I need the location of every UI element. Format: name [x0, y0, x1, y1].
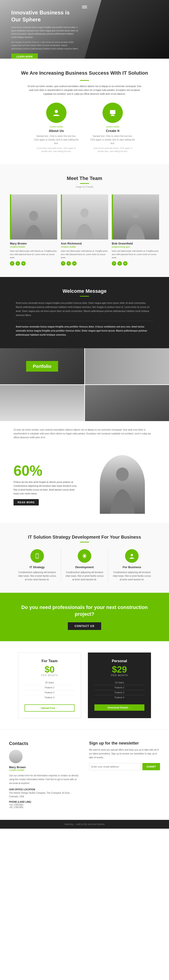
- person-portrait: [100, 455, 145, 514]
- social-twitter-1[interactable]: t: [66, 261, 71, 266]
- team-photo-placeholder-2: [112, 194, 159, 240]
- portfolio-cell-4: [85, 385, 169, 421]
- team-role-0: creative builder: [10, 246, 57, 248]
- strategy-section: IT Solution Strategy Development For You…: [0, 523, 169, 593]
- gear-icon: [81, 553, 88, 559]
- portfolio-grid: Portfolio: [0, 348, 169, 421]
- pricing-card-0: For Team $0 PER MONTH 10 Users Feature 2…: [18, 652, 81, 718]
- social-facebook-0[interactable]: f: [10, 261, 14, 266]
- newsletter-submit-button[interactable]: SUBMIT: [142, 763, 160, 770]
- strategy-row: IT Strategy Condimentum adipiscing elit …: [14, 549, 155, 581]
- person-icon: [129, 553, 135, 559]
- portfolio-cell-2: [85, 348, 169, 384]
- strategy-col-0: IT Strategy Condimentum adipiscing elit …: [14, 549, 61, 581]
- pricing-btn-0[interactable]: Upload Free →: [25, 705, 74, 711]
- hamburger-line3: [82, 8, 87, 8]
- team-name-0: Mary Brown: [10, 242, 57, 245]
- pricing-card-1: Personal $29 PER MONTH 10 Users Feature …: [88, 652, 151, 718]
- social-linkedin-1[interactable]: in: [72, 261, 77, 266]
- pricing-btn-1[interactable]: Download Details →: [95, 705, 144, 711]
- team-socials-1: f t in: [61, 261, 108, 266]
- phone-label: PHONE (LAND LINE): [9, 801, 80, 803]
- team-green-bar-0: [10, 194, 11, 240]
- svg-point-0: [55, 110, 58, 113]
- feature-about-text: Sample text. Click to select the text bo…: [34, 134, 79, 145]
- feature-create: creative builder Create It Sample text. …: [90, 103, 135, 153]
- cta-section: Do you need professionals for your next …: [0, 593, 169, 641]
- team-green-bar-1: [61, 194, 62, 240]
- pricing-title-1: Personal: [95, 659, 144, 663]
- newsletter-email-input[interactable]: [89, 763, 141, 770]
- team-role-1: creative builder: [61, 246, 108, 248]
- social-twitter-0[interactable]: t: [16, 261, 20, 266]
- pricing-section: For Team $0 PER MONTH 10 Users Feature 2…: [0, 641, 169, 729]
- portfolio-cell-1: Portfolio: [0, 348, 84, 384]
- portfolio-text-section: Ut enim ad minim veniam, quis nostrud ex…: [0, 421, 169, 446]
- team-name-2: Bob Greenfield: [112, 242, 159, 245]
- social-linkedin-2[interactable]: in: [123, 261, 128, 266]
- newsletter-heading: Sign up for the newsletter: [89, 741, 160, 746]
- create-icon: [108, 108, 117, 117]
- portfolio-text: Ut enim ad minim veniam, quis nostrud ex…: [14, 428, 155, 439]
- strategy-title-1: Development: [65, 565, 103, 569]
- svg-rect-2: [111, 115, 114, 116]
- welcome-heading: Welcome Message: [16, 288, 153, 294]
- office-address: The Interior Design Studio Company, The …: [9, 791, 80, 799]
- feature-create-icon-circle: [103, 103, 123, 123]
- svg-point-13: [131, 554, 133, 556]
- team-role-2: programming guru: [112, 246, 159, 248]
- read-more-button[interactable]: READ MORE: [14, 499, 39, 506]
- team-socials-2: f t in: [112, 261, 159, 266]
- feature-about-title: About Us: [34, 129, 79, 133]
- pricing-per-0: PER MONTH: [25, 674, 74, 677]
- pricing-feature-0-3: Feature 4: [25, 695, 74, 700]
- contacts-left: Contacts Mary Brown creative builder Use…: [9, 741, 80, 808]
- newsletter-text: We want to send you special offers and k…: [89, 748, 160, 759]
- team-silhouette-1: [73, 204, 96, 240]
- footer: Inspiring — built to the very best theme…: [0, 820, 169, 829]
- strategy-text-0: Condimentum adipiscing elit tincidunt vi…: [18, 571, 56, 581]
- strategy-col-2: For Business Condimentum adipiscing elit…: [108, 549, 155, 581]
- team-card-2: Bob Greenfield programming guru Diam sed…: [112, 194, 159, 266]
- features-row: creative builder About Us Sample text. C…: [14, 103, 155, 153]
- social-linkedin-0[interactable]: in: [21, 261, 26, 266]
- strategy-col-1: Development Condimentum adipiscing elit …: [61, 549, 108, 581]
- hero-cta-button[interactable]: LEARN MORE: [11, 54, 38, 59]
- hamburger-menu[interactable]: [81, 4, 88, 10]
- hero-link-text: Nec feugiat mi pretium fusce id. Lorem t…: [11, 41, 79, 50]
- pricing-amount-0: $0: [25, 665, 74, 674]
- strategy-title-2: For Business: [113, 565, 151, 569]
- team-photo-2: [112, 194, 159, 240]
- team-photo-placeholder-1: [61, 194, 108, 240]
- team-desc-0: Diam sed ullamcorper velit lobortis at. …: [10, 250, 57, 259]
- newsletter-section: Sign up for the newsletter We want to se…: [89, 741, 160, 808]
- sixty-left: 60% Finibus dui dui duis amet feugiat at…: [14, 463, 80, 506]
- pricing-feature-1-2: Feature 3: [95, 690, 144, 695]
- pricing-per-1: PER MONTH: [95, 674, 144, 677]
- strategy-divider: [80, 542, 89, 542]
- phone-info: PHONE (LAND LINE) +91 17867891 +91 17867…: [9, 801, 80, 808]
- portfolio-section: Portfolio: [0, 348, 169, 421]
- pricing-features-1: 10 Users Feature 2 Feature 3 Feature 4: [95, 680, 144, 700]
- contact-name: Mary Brown: [9, 765, 80, 769]
- footer-text: Inspiring — built to the very best theme…: [9, 823, 160, 826]
- portfolio-label-overlay: Portfolio: [26, 361, 58, 371]
- person-silhouette: [108, 462, 137, 514]
- team-name-1: Ann Richmond: [61, 242, 108, 245]
- feature-about-icon-circle: [46, 103, 66, 123]
- pricing-features-0: 10 Users Feature 2 Feature 3 Feature 4: [25, 680, 74, 700]
- team-section: Meet The Team Image by Freepik Mary Brow…: [0, 164, 169, 277]
- team-photo-placeholder-0: [10, 194, 57, 240]
- team-silhouette-2: [124, 205, 147, 240]
- contact-role: creative builder: [9, 769, 80, 772]
- cta-contact-button[interactable]: CONTACT US: [68, 622, 101, 630]
- sixty-percent-text: 60%: [14, 463, 80, 478]
- phone-number: +91 17867891: [9, 803, 80, 806]
- social-twitter-2[interactable]: t: [117, 261, 122, 266]
- social-facebook-1[interactable]: f: [61, 261, 65, 266]
- increasing-section: We Are Increasing Business Success With …: [0, 59, 169, 164]
- team-photo-1: [61, 194, 108, 240]
- newsletter-form: SUBMIT: [89, 763, 160, 770]
- pricing-amount-1: $29: [95, 665, 144, 674]
- social-facebook-2[interactable]: f: [112, 261, 116, 266]
